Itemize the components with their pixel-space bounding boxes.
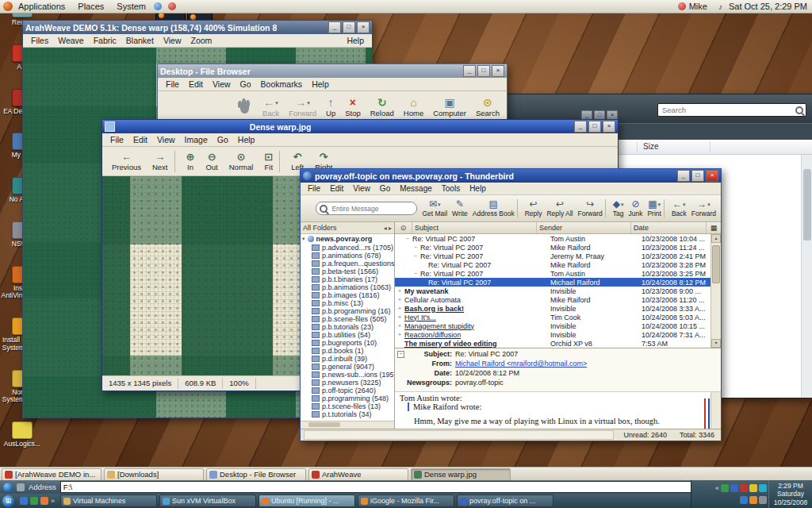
quick-launch-icon[interactable] [40,497,48,505]
panel-menu[interactable]: System [115,2,147,11]
folder-pane-hscrollbar[interactable] [301,421,394,429]
folder-row[interactable]: p.a.frequen...questions [301,260,394,267]
menu-item[interactable]: Go [375,184,395,193]
chevron-icon[interactable]: « [715,484,719,492]
toolbar-button[interactable]: ⊕ In [182,151,200,172]
notification-icon[interactable] [154,2,162,10]
maximize-button[interactable]: □ [588,121,601,133]
distro-logo-icon[interactable] [3,2,13,11]
folder-pane-arrows-icon[interactable]: ◂ ▸ [384,225,392,232]
tray-icon[interactable] [740,484,748,492]
scrollbar[interactable] [801,155,812,398]
menu-item[interactable]: Bookmarks [256,79,308,89]
window-list-button[interactable]: Desktop - File Browser [206,468,306,481]
volume-icon[interactable]: ♪ [718,2,722,10]
folder-row[interactable]: p.news-sub...ions (195) [301,371,394,379]
panel-menu[interactable]: Places [76,2,105,11]
thread-twisty-icon[interactable]: + [396,306,403,311]
scrollbar-thumb[interactable] [712,245,720,283]
maximize-button[interactable]: □ [691,170,704,182]
toolbar-button[interactable]: →▾ Forward [689,199,718,217]
scrollbar-thumb[interactable] [308,422,340,427]
maximize-button[interactable]: □ [477,65,490,77]
column-header-size[interactable]: Size [643,142,658,151]
thread-twisty-icon[interactable]: − [412,244,419,250]
thread-column-icon[interactable]: ⊙ [395,222,412,233]
minimize-button[interactable]: _ [677,170,690,182]
toolbar-button[interactable]: × Stop [341,96,365,118]
toolbar-grip-icon[interactable] [17,483,25,491]
panel-menu[interactable]: Applications [17,2,67,11]
folder-row[interactable]: p.animations (678) [301,252,394,260]
toolbar-button[interactable]: ⊖ Out [201,151,222,172]
tray-icon[interactable] [740,496,748,504]
message-row[interactable]: + Bash.org is back! Invisible 10/24/2008… [395,304,711,313]
quick-launch-icon[interactable] [3,483,13,492]
toolbar-button[interactable]: → Next [147,151,175,172]
dropdown-arrow-icon[interactable]: ▾ [621,202,624,208]
toolbar-button[interactable]: →▾ Forward [285,96,320,118]
message-row[interactable]: Re: Virtual PC 2007 Michael Raiford 10/2… [395,278,711,287]
toolbar-button[interactable]: ← Previous [107,151,146,172]
message-row[interactable]: + Hey! It's... Tim Cook 10/24/2008 5:03 … [395,313,711,321]
status-icon[interactable] [678,2,686,10]
menu-item[interactable]: Go [236,79,256,89]
message-row[interactable]: − Re: Virtual PC 2007 Tom Austin 10/23/2… [395,269,711,278]
scrollbar[interactable]: ▴ ▾ [710,234,721,348]
folder-row[interactable]: p.newusers (3225) [301,379,394,387]
folder-row[interactable]: p.b.t.binaries (17) [301,275,394,283]
menu-item[interactable]: Fabric [89,36,121,45]
folder-row[interactable]: p.off-topic (2640) [301,387,394,394]
menu-item[interactable]: Edit [184,79,208,89]
file-browser-titlebar[interactable]: Desktop - File Browser _ □ × [158,64,507,78]
window-list-button[interactable]: ArahWeave [308,468,408,481]
dropdown-arrow-icon[interactable]: ▾ [275,100,278,106]
user-menu[interactable]: Mike [689,2,707,11]
folder-row[interactable]: p.d.books (1) [301,347,394,355]
tray-icon[interactable] [749,484,757,492]
tray-icon[interactable] [759,484,767,492]
explorer-search-input[interactable] [661,105,795,115]
toolbar-button[interactable]: ↪ Forward [576,199,606,217]
message-body[interactable]: Tom Austin wrote: Mike Raiford wrote: Hm… [395,391,721,429]
folder-row[interactable]: p.t.tutorials (34) [301,410,394,418]
message-row[interactable]: − Re: Virtual PC 2007 Mike Raiford 10/23… [395,243,711,252]
thunderbird-search-input[interactable] [330,204,413,214]
thread-twisty-icon[interactable]: + [396,323,403,329]
scroll-up-icon[interactable]: ▴ [711,234,721,243]
image-viewer-titlebar[interactable]: Dense warp.jpg _ □ × [102,120,618,133]
close-button[interactable]: × [603,121,615,133]
close-button[interactable]: × [706,170,718,182]
folder-row[interactable]: p.b.animations (1063) [301,283,394,291]
toolbar-button[interactable]: ▤ Address Book [470,199,518,217]
taskbar-button[interactable]: Ubuntu [Running] - ... [259,495,355,507]
menu-item[interactable]: Help [307,79,334,89]
tray-icon[interactable] [730,484,738,492]
thread-twisty-icon[interactable]: + [396,332,403,337]
menu-item[interactable]: Help [233,135,260,144]
menu-item[interactable]: Go [213,135,233,144]
thread-twisty-icon[interactable]: − [412,253,419,259]
minimize-button[interactable]: _ [328,21,341,33]
message-row[interactable]: + My wavetank Invisible 10/23/2008 9:00 … [395,287,711,295]
toolbar-button[interactable]: ◆▾ Tag [611,199,626,217]
folder-row[interactable]: p.advanced...rs (1705) [301,244,394,252]
folder-row[interactable]: p.b.utilities (54) [301,331,394,339]
folder-row[interactable]: p.bugreports (10) [301,339,394,347]
close-button[interactable]: × [357,21,370,33]
folder-row[interactable]: p.b.tutorials (23) [301,323,394,331]
toolbar-button[interactable]: ⊡ Fit [259,151,280,172]
message-row[interactable]: − Re: Virtual PC 2007 Jeremy M. Praay 10… [395,252,711,260]
scroll-down-icon[interactable]: ▾ [711,339,721,348]
account-row[interactable]: ▾ news.povray.org [301,234,394,244]
taskbar-clock[interactable]: 2:29 PM Saturday 10/25/2008 [768,480,812,508]
thread-twisty-icon[interactable]: − [412,271,419,276]
folder-pane-header[interactable]: All Folders ◂ ▸ [301,222,394,234]
thread-twisty-icon[interactable]: + [396,297,403,302]
folder-row[interactable]: p.b.programming (16) [301,307,394,315]
dropdown-arrow-icon[interactable]: ▾ [683,202,686,208]
dropdown-arrow-icon[interactable]: ▾ [307,100,310,106]
clock[interactable]: Sat Oct 25, 2:29 PM [729,2,807,11]
minimize-button[interactable]: _ [463,65,476,77]
toolbar-button[interactable]: ▣ Computer [429,96,470,118]
